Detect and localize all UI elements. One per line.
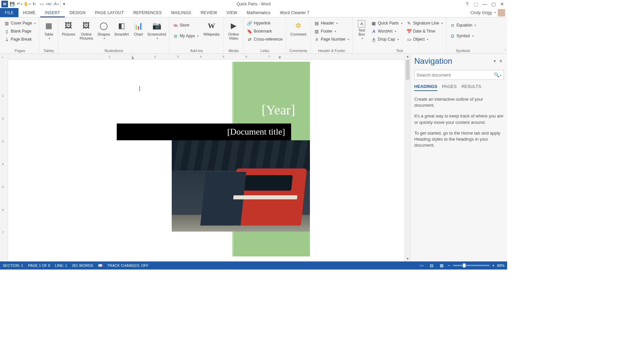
quick-parts-button[interactable]: ▦Quick Parts [370,19,404,27]
drop-cap-button[interactable]: A̲Drop Cap [370,36,404,43]
tab-view[interactable]: VIEW [222,8,242,17]
tab-insert[interactable]: INSERT [40,8,65,17]
word-app-icon[interactable]: W [1,1,8,7]
screenshot-button[interactable]: 📷Screenshot [146,19,167,41]
quick-access-toolbar: W 💾 ↶▾ ✋▾ ↻ ▭ ABC A▾ ▾ [1,1,67,7]
view-web-layout-icon[interactable]: ▦ [438,262,445,268]
font-format-icon[interactable]: A▾ [53,1,60,7]
text-box-label: Text Box [356,28,368,36]
scroll-down-icon[interactable]: ▼ [405,256,411,261]
drop-cap-label: Drop Cap [378,37,395,42]
collapse-ribbon-icon[interactable]: ˆ [504,49,506,53]
header-button[interactable]: ▤Header [313,19,351,27]
document-canvas[interactable]: [Year] [Document title] [8,60,405,261]
nav-tab-pages[interactable]: PAGES [442,84,457,91]
status-track-changes[interactable]: TRACK CHANGES: OFF [107,263,149,267]
table-button[interactable]: ▦ Table [41,19,56,41]
blank-page-icon: ▯ [4,29,9,34]
footer-label: Footer [321,29,332,34]
zoom-slider-knob[interactable] [463,263,466,267]
close-icon[interactable]: ✕ [498,1,506,7]
comment-button[interactable]: ✼Comment [288,19,308,37]
smartart-button[interactable]: ◧SmartArt [113,19,130,37]
navigation-search[interactable]: 🔍▾ [414,70,504,80]
group-media-label: Media [226,49,241,53]
spelling-icon[interactable]: ABC [46,1,52,7]
indent-marker-left-icon[interactable] [131,56,134,59]
scroll-up-icon[interactable]: ▲ [405,54,411,59]
tab-mailings[interactable]: MAILINGS [166,8,196,17]
cover-title-placeholder[interactable]: [Document title] [117,124,291,140]
object-button[interactable]: ▭Object [405,36,444,43]
group-tables-label: Tables [41,49,56,53]
pictures-button[interactable]: 🖼Pictures [60,19,76,37]
user-name[interactable]: Cindy Grigg [471,10,492,15]
indent-marker-right-icon[interactable] [278,56,281,59]
page-break-button[interactable]: ⤓Page Break [3,36,37,43]
save-icon[interactable]: 💾 [9,1,15,7]
footer-button[interactable]: ▥Footer [313,28,351,35]
bookmark-button[interactable]: 🔖Bookmark [246,28,284,35]
minimize-icon[interactable]: — [481,1,488,7]
tab-word-cleaner[interactable]: Word Cleaner 7 [275,8,314,17]
status-proofing-icon[interactable]: 📖 [98,263,103,268]
date-time-button[interactable]: 📅Date & Time [405,28,444,35]
ribbon-display-options-icon[interactable]: ⬚ [472,1,480,7]
online-video-button[interactable]: ▶Online Video [226,19,241,41]
my-apps-button[interactable]: ⊞My Apps [171,32,200,40]
zoom-out-button[interactable]: − [448,263,450,267]
view-read-mode-icon[interactable]: ▭ [418,262,425,268]
help-icon[interactable]: ? [464,1,471,7]
new-doc-icon[interactable]: ▭ [38,1,45,7]
nav-tab-headings[interactable]: HEADINGS [414,84,437,91]
tab-mathematics[interactable]: Mathematics [242,8,275,17]
qat-customize-icon[interactable]: ▾ [60,1,67,7]
wikipedia-button[interactable]: WWikipedia [201,19,221,37]
user-avatar-icon[interactable] [498,9,505,16]
cover-photo[interactable] [172,140,310,232]
tab-page-layout[interactable]: PAGE LAYOUT [90,8,128,17]
tab-references[interactable]: REFERENCES [128,8,166,17]
restore-icon[interactable]: ▢ [490,1,497,7]
shapes-button[interactable]: ◯Shapes [96,19,111,41]
search-icon[interactable]: 🔍▾ [492,72,501,78]
status-line[interactable]: LINE: 1 [55,263,67,267]
hyperlink-button[interactable]: 🔗Hyperlink [246,19,284,27]
pane-close-icon[interactable]: ✕ [498,58,504,64]
vertical-scrollbar[interactable]: ▲ ▼ [405,54,411,261]
scroll-thumb[interactable] [406,60,410,80]
store-button[interactable]: 🛍Store [171,21,200,29]
cover-page-label: Cover Page [11,21,32,26]
equation-button[interactable]: πEquation [448,21,477,29]
online-pictures-button[interactable]: 🖼Online Pictures [78,19,95,41]
redo-icon[interactable]: ↻ [31,1,38,7]
status-section[interactable]: SECTION: 1 [3,263,23,267]
touch-mode-icon[interactable]: ✋▾ [23,1,30,7]
nav-tab-results[interactable]: RESULTS [461,84,481,91]
wordart-button[interactable]: AWordArt [370,28,404,35]
text-box-button[interactable]: AText Box [355,19,368,41]
blank-page-button[interactable]: ▯Blank Page [3,28,37,35]
zoom-slider[interactable] [453,265,490,266]
cover-year-placeholder[interactable]: [Year] [262,102,295,118]
status-words[interactable]: 261 WORDS [72,263,93,267]
tab-review[interactable]: REVIEW [196,8,222,17]
tab-design[interactable]: DESIGN [65,8,90,17]
cover-page-button[interactable]: ▥Cover Page [3,19,37,27]
zoom-level[interactable]: 60% [497,263,504,267]
chart-button[interactable]: 📊Chart [131,19,145,37]
pane-options-icon[interactable]: ▾ [492,58,498,64]
page-break-label: Page Break [11,37,32,42]
tab-home[interactable]: HOME [18,8,40,17]
status-page[interactable]: PAGE 1 OF 6 [28,263,50,267]
view-print-layout-icon[interactable]: ▤ [428,262,435,268]
search-input[interactable] [417,72,492,78]
undo-icon[interactable]: ↶▾ [16,1,23,7]
zoom-in-button[interactable]: + [492,263,494,267]
tab-file[interactable]: FILE [0,8,18,17]
signature-line-button[interactable]: ✎Signature Line [405,19,444,27]
vruler-mark: 5 [2,185,4,189]
cross-reference-button[interactable]: ⇄Cross-reference [246,36,284,43]
symbol-button[interactable]: ΩSymbol [448,32,477,40]
page-number-button[interactable]: #Page Number [313,36,351,43]
